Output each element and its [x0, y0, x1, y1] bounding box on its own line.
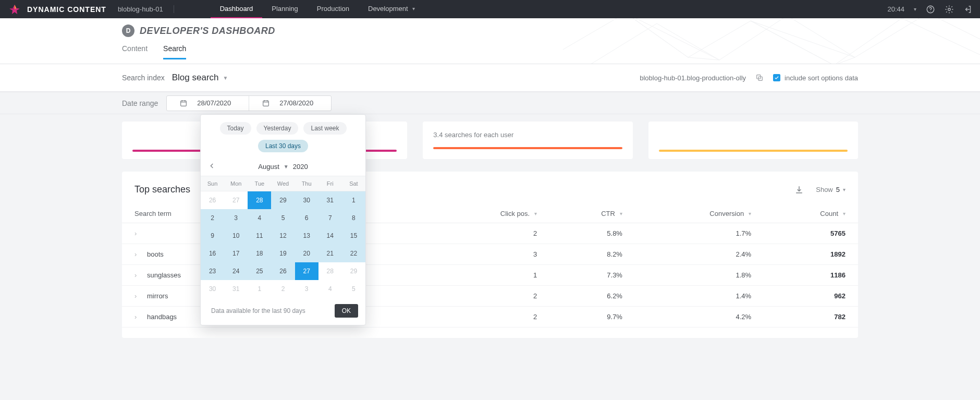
calendar-day[interactable]: 2 [201, 209, 224, 227]
calendar-day[interactable]: 26 [271, 262, 295, 280]
expand-row-icon[interactable]: › [134, 292, 142, 300]
calendar-day[interactable]: 17 [224, 245, 248, 262]
calendar-day[interactable]: 3 [295, 280, 318, 298]
ctr-cell: 5.8% [549, 223, 635, 244]
include-sort-toggle[interactable]: include sort options data [773, 74, 858, 82]
calendar-day[interactable]: 28 [248, 191, 271, 209]
col-count[interactable]: Count▾ [764, 204, 858, 223]
col-count-label: Count [820, 210, 838, 217]
calendar-day[interactable]: 29 [271, 191, 295, 209]
calendar-day[interactable]: 8 [342, 209, 365, 227]
calendar-day[interactable]: 16 [201, 245, 224, 262]
calendar-day[interactable]: 5 [271, 209, 295, 227]
calendar-day[interactable]: 14 [318, 227, 342, 245]
calendar-day[interactable]: 13 [295, 227, 318, 245]
tab-content[interactable]: Content [122, 44, 148, 59]
tab-search[interactable]: Search [163, 44, 186, 59]
sort-icon: ▾ [620, 211, 622, 216]
calendar-grid: 2627282930311234567891011121314151617181… [201, 191, 365, 298]
calendar-day[interactable]: 29 [342, 262, 365, 280]
calendar-icon [262, 99, 270, 107]
calendar-day[interactable]: 2 [271, 280, 295, 298]
date-range-picker[interactable]: 28/07/2020 27/08/2020 [166, 95, 332, 111]
calendar-day[interactable]: 5 [342, 280, 365, 298]
calendar-day[interactable]: 1 [248, 280, 271, 298]
help-icon[interactable] [926, 5, 935, 14]
quick-range-chip[interactable]: Last 30 days [258, 140, 308, 152]
col-ctr[interactable]: CTR▾ [549, 204, 635, 223]
expand-row-icon[interactable]: › [134, 250, 142, 258]
copy-icon[interactable] [755, 74, 764, 82]
calendar-day[interactable]: 12 [271, 227, 295, 245]
chevron-down-icon: ▾ [412, 6, 415, 11]
calendar-day[interactable]: 7 [318, 209, 342, 227]
year-label[interactable]: 2020 [293, 163, 308, 171]
calendar-day[interactable]: 30 [201, 280, 224, 298]
calendar-day[interactable]: 27 [295, 262, 318, 280]
click-pos-cell: 1 [431, 265, 549, 286]
calendar-day[interactable]: 19 [271, 245, 295, 262]
date-start-field[interactable]: 28/07/2020 [167, 96, 249, 111]
calendar-day[interactable]: 30 [295, 191, 318, 209]
svg-rect-5 [181, 101, 187, 106]
chevron-down-icon[interactable]: ▾ [914, 6, 916, 12]
date-start-value: 28/07/2020 [192, 99, 236, 107]
download-icon[interactable] [794, 185, 804, 195]
topbar-right: 20:44 ▾ [887, 5, 973, 14]
calendar-day[interactable]: 22 [342, 245, 365, 262]
calendar-day[interactable]: 24 [224, 262, 248, 280]
logout-icon[interactable] [963, 5, 973, 14]
nav-dashboard[interactable]: Dashboard [211, 0, 263, 18]
calendar-day[interactable]: 4 [318, 280, 342, 298]
calendar-day[interactable]: 3 [224, 209, 248, 227]
col-click-pos[interactable]: Click pos.▾ [431, 204, 549, 223]
calendar-day[interactable]: 21 [318, 245, 342, 262]
calendar-day[interactable]: 15 [342, 227, 365, 245]
calendar-day[interactable]: 10 [224, 227, 248, 245]
calendar-day[interactable]: 23 [201, 262, 224, 280]
nav-planning[interactable]: Planning [262, 0, 308, 18]
nav-production[interactable]: Production [308, 0, 359, 18]
calendar-day[interactable]: 11 [248, 227, 271, 245]
svg-point-1 [930, 11, 930, 11]
calendar-day[interactable]: 31 [224, 280, 248, 298]
calendar-day[interactable]: 6 [295, 209, 318, 227]
app-logo-icon [7, 2, 22, 17]
conversion-cell: 1.7% [635, 223, 764, 244]
date-range-bar: Date range 28/07/2020 27/08/2020 [0, 92, 980, 114]
calendar-icon [179, 99, 188, 107]
prev-month-button[interactable] [208, 162, 216, 172]
search-index-select[interactable]: Blog search ▼ [172, 72, 228, 83]
calendar-day[interactable]: 18 [248, 245, 271, 262]
summary-bar-orange [433, 147, 622, 149]
calendar-footer: Data available for the last 90 days OK [201, 298, 365, 318]
quick-range-chip[interactable]: Last week [303, 122, 346, 135]
quick-range-chip[interactable]: Today [220, 122, 251, 135]
calendar-day[interactable]: 31 [318, 191, 342, 209]
expand-row-icon[interactable]: › [134, 313, 142, 321]
nav-development[interactable]: Development ▾ [359, 0, 424, 18]
caret-down-icon: ▼ [223, 75, 228, 81]
col-conversion[interactable]: Conversion▾ [635, 204, 764, 223]
calendar-day[interactable]: 27 [224, 191, 248, 209]
expand-row-icon[interactable]: › [134, 229, 142, 237]
day-of-week-label: Wed [271, 176, 295, 191]
show-count-select[interactable]: Show 5 ▾ [816, 186, 846, 193]
col-ctr-label: CTR [601, 210, 615, 217]
calendar-day[interactable]: 4 [248, 209, 271, 227]
calendar-day[interactable]: 1 [342, 191, 365, 209]
calendar-day[interactable]: 28 [318, 262, 342, 280]
calendar-day[interactable]: 25 [248, 262, 271, 280]
day-of-week-label: Sun [201, 176, 224, 191]
expand-row-icon[interactable]: › [134, 271, 142, 279]
ok-button[interactable]: OK [335, 304, 358, 318]
hub-name[interactable]: bloblog-hub-01 [118, 5, 174, 13]
calendar-day[interactable]: 20 [295, 245, 318, 262]
date-end-field[interactable]: 27/08/2020 [249, 96, 331, 111]
month-label[interactable]: August [258, 163, 279, 171]
calendar-day[interactable]: 26 [201, 191, 224, 209]
settings-icon[interactable] [945, 5, 954, 14]
quick-range-chip[interactable]: Yesterday [256, 122, 299, 135]
search-index-label: Search index [122, 74, 165, 82]
calendar-day[interactable]: 9 [201, 227, 224, 245]
